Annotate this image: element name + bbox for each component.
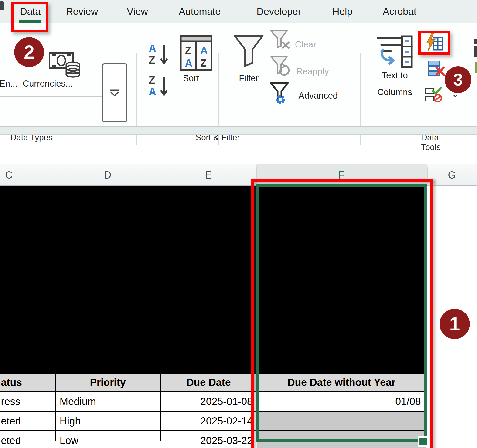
column-heading-g[interactable]: G	[435, 164, 468, 186]
column-heading-c[interactable]: C	[2, 164, 16, 186]
chevron-down-with-bar-icon	[110, 89, 119, 96]
filter-button[interactable]	[233, 35, 264, 71]
svg-text:Z: Z	[149, 54, 155, 66]
reapply-filter-label[interactable]: Reapply	[296, 67, 329, 76]
svg-text:Z: Z	[149, 74, 155, 86]
advanced-filter-button[interactable]	[270, 82, 292, 106]
svg-text:Z: Z	[200, 57, 207, 69]
ribbon-body: En... Currencies...	[0, 23, 477, 126]
fill-handle[interactable]	[419, 437, 427, 445]
remove-duplicates-button[interactable]	[428, 60, 445, 78]
tab-developer-label: Developer	[257, 6, 301, 17]
table-grid: atus Priority Due Date Due Date without …	[0, 186, 427, 441]
text-to-columns-icon	[377, 35, 413, 69]
step-circle-1: 1	[440, 309, 470, 339]
svg-text:A: A	[149, 86, 156, 98]
svg-text:Z: Z	[185, 45, 191, 56]
cell-status[interactable]: ress	[0, 392, 54, 411]
tab-view-label: View	[127, 6, 148, 17]
sort-ascending-icon[interactable]: A Z	[149, 42, 169, 68]
currencies-label: Currencies...	[23, 79, 73, 88]
column-heading-d[interactable]: D	[91, 164, 124, 186]
svg-text:A: A	[149, 42, 156, 54]
tab-help-label: Help	[332, 6, 352, 17]
active-cell-due-no-year[interactable]: 01/08	[257, 392, 425, 411]
sort-button-label[interactable]: Sort	[183, 73, 199, 83]
group-label-data-tools: Data Tools	[421, 133, 458, 152]
tab-acrobat-label: Acrobat	[383, 6, 417, 17]
text-to-columns-button[interactable]	[377, 35, 413, 70]
cell-priority[interactable]: High	[56, 412, 160, 430]
tab-developer[interactable]: Developer	[246, 0, 312, 23]
cell-priority[interactable]: Medium	[56, 392, 160, 411]
header-due-date-without-year[interactable]: Due Date without Year	[257, 374, 425, 391]
cell-status[interactable]: eted	[0, 431, 54, 448]
column-divider	[160, 167, 161, 183]
clipped-icon-fragment	[474, 46, 477, 57]
step-1-number: 1	[449, 313, 460, 335]
step-2-number: 2	[24, 41, 35, 63]
tab-review-label: Review	[66, 6, 98, 17]
sort-button[interactable]: Z A A Z	[180, 35, 212, 72]
column-heading-f[interactable]: F	[325, 164, 358, 186]
data-validation-icon	[425, 87, 443, 103]
tab-view[interactable]: View	[121, 0, 154, 23]
cell-priority[interactable]: Low	[56, 431, 160, 448]
remove-duplicates-icon	[428, 60, 445, 77]
tab-review[interactable]: Review	[61, 0, 103, 23]
cell-due-no-year[interactable]	[257, 412, 425, 430]
clear-filter-button[interactable]	[270, 30, 291, 50]
header-priority[interactable]: Priority	[56, 374, 160, 391]
gallery-bottom-border	[0, 96, 102, 97]
step-3-number: 3	[453, 70, 463, 90]
tab-automate-label: Automate	[179, 6, 221, 17]
selection-border-right	[424, 184, 427, 437]
cell-status[interactable]: eted	[0, 412, 54, 430]
gallery-top-border	[0, 40, 102, 41]
tab-acrobat[interactable]: Acrobat	[375, 0, 425, 23]
clear-filter-label[interactable]: Clear	[295, 40, 316, 50]
clipped-icon-fragment	[475, 62, 477, 73]
filter-funnel-icon	[233, 35, 264, 70]
step-circle-3: 3	[445, 66, 471, 93]
data-type-currencies-item[interactable]: Currencies...	[23, 79, 73, 89]
filter-button-label[interactable]: Filter	[239, 73, 258, 83]
selection-border-left	[256, 184, 259, 442]
text-to-columns-label-line1[interactable]: Text to	[382, 70, 408, 81]
selection-border-bottom	[256, 439, 417, 442]
annotation-box-flash-fill	[418, 31, 450, 55]
annotation-box-column-f-top	[250, 179, 433, 182]
column-headings-row: C D E F G	[0, 164, 477, 186]
ribbon-tab-row: Data Review View Automate Developer Help…	[0, 0, 477, 23]
annotation-box-column-f-left	[250, 179, 254, 448]
clear-filter-icon	[270, 30, 291, 49]
step-circle-2: 2	[14, 37, 44, 67]
cell-due-date[interactable]: 2025-03-22	[161, 431, 256, 448]
cell-due-date[interactable]: 2025-02-14	[161, 412, 256, 430]
data-validation-button[interactable]	[425, 87, 443, 104]
energy-label: En...	[0, 79, 18, 88]
cell-due-date[interactable]: 2025-01-08	[161, 392, 256, 411]
column-divider	[54, 167, 55, 183]
header-due-date[interactable]: Due Date	[161, 374, 256, 391]
advanced-filter-label[interactable]: Advanced	[298, 91, 338, 101]
reapply-filter-button[interactable]	[270, 56, 291, 78]
svg-text:A: A	[185, 57, 192, 69]
tab-help[interactable]: Help	[326, 0, 359, 23]
annotation-box-column-f-right	[430, 179, 433, 448]
tab-automate[interactable]: Automate	[170, 0, 229, 23]
clipped-icon-fragment	[474, 39, 477, 44]
reapply-filter-icon	[270, 56, 291, 77]
window-edge-fragment	[0, 1, 4, 10]
sort-descending-icon[interactable]: Z A	[149, 74, 169, 100]
annotation-box-data-tab	[11, 2, 48, 32]
data-types-gallery-dropdown[interactable]	[102, 63, 127, 122]
svg-text:A: A	[200, 45, 208, 56]
selection-border-top	[256, 184, 427, 187]
column-heading-e[interactable]: E	[192, 164, 225, 186]
header-status[interactable]: atus	[0, 374, 54, 391]
text-to-columns-label-line2[interactable]: Columns	[377, 87, 412, 97]
currencies-icon	[48, 52, 81, 79]
data-type-energy-item[interactable]: En...	[0, 79, 18, 89]
ribbon-bottom-strip	[0, 126, 477, 135]
